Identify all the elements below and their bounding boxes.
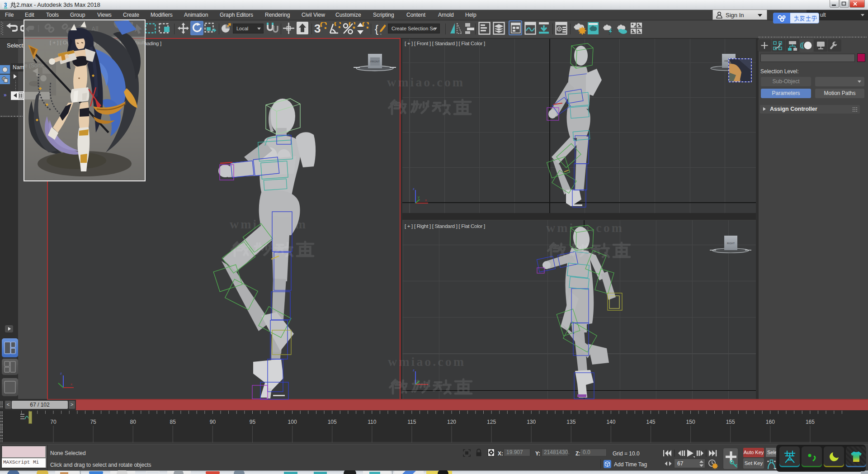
svg-text:70: 70 [50,419,57,425]
svg-text:155: 155 [726,419,735,425]
svg-text:165: 165 [806,419,815,425]
svg-text:120: 120 [447,419,456,425]
svg-text:160: 160 [766,419,775,425]
svg-text:140: 140 [606,419,615,425]
svg-text:80: 80 [130,419,137,425]
svg-text:150: 150 [686,419,695,425]
svg-text:,: , [380,30,382,35]
svg-text:85: 85 [170,419,176,425]
svg-text:95: 95 [250,419,256,425]
svg-text:125: 125 [487,419,496,425]
svg-text:3: 3 [4,2,7,8]
svg-text:100: 100 [288,419,297,425]
svg-text:130: 130 [527,419,536,425]
svg-text:135: 135 [566,419,576,425]
svg-text:110: 110 [368,419,376,425]
svg-text:75: 75 [90,419,96,425]
svg-text:115: 115 [407,419,416,425]
svg-text:105: 105 [328,419,337,425]
svg-text:3: 3 [314,22,321,35]
svg-text:{: { [375,23,378,35]
svg-text:90: 90 [210,419,216,425]
svg-text:145: 145 [646,419,655,425]
